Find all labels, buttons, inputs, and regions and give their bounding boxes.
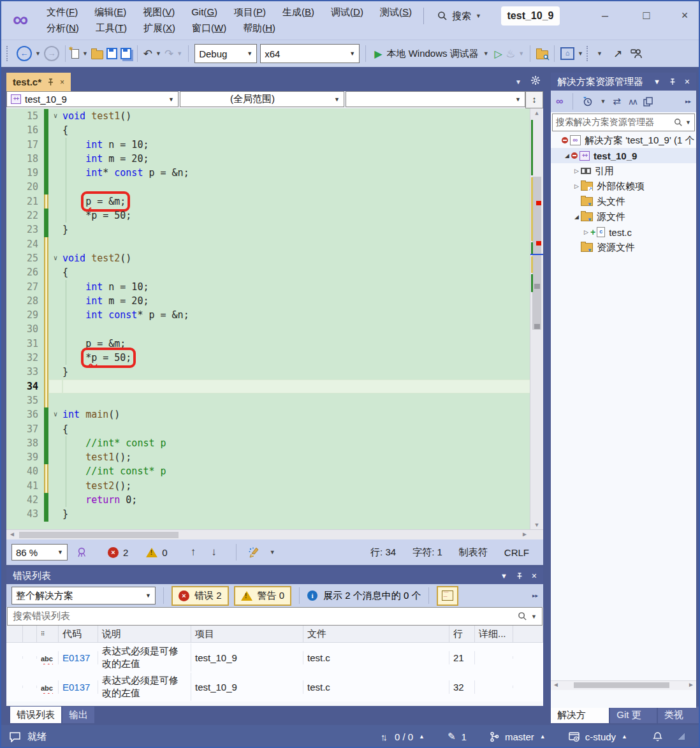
code-line-22[interactable]: 22 *p = 50; xyxy=(6,209,530,223)
zoom-dropdown[interactable]: 86 %▼ xyxy=(11,544,68,561)
code-line-15[interactable]: 15∨void test1() xyxy=(6,109,530,123)
tree-item-test_10_9[interactable]: ◢++test_10_9 xyxy=(551,148,696,163)
panel-tab-1[interactable]: 解决方案... xyxy=(551,707,609,723)
edit-count[interactable]: 1 xyxy=(462,731,467,742)
navigate-back-dropdown-icon[interactable]: ▼ xyxy=(35,50,41,57)
code-line-16[interactable]: 16{ xyxy=(6,123,530,137)
column-header[interactable]: 详细... xyxy=(475,626,513,642)
next-issue-icon[interactable]: ↓ xyxy=(211,546,217,559)
tab-list-dropdown-icon[interactable]: ▼ xyxy=(515,78,521,85)
column-header[interactable]: 说明 xyxy=(98,626,191,642)
fold-marker[interactable] xyxy=(48,464,62,478)
tree-item-testc[interactable]: ▷+ctest.c xyxy=(551,224,696,240)
fold-marker[interactable] xyxy=(48,479,62,493)
menu-item-s[interactable]: 测试(S) xyxy=(372,4,420,20)
navigate-back-button[interactable]: ← xyxy=(17,46,32,61)
code-line-38[interactable]: 38 //int* const p xyxy=(6,436,530,450)
member-dropdown[interactable]: ▼ xyxy=(346,91,525,107)
fold-marker[interactable] xyxy=(48,322,62,336)
split-window-button[interactable]: ↕ xyxy=(525,91,543,108)
fold-marker[interactable] xyxy=(48,493,62,507)
code-line-26[interactable]: 26{ xyxy=(6,265,530,279)
code-line-25[interactable]: 25∨void test2() xyxy=(6,251,530,265)
redo-dropdown-icon[interactable]: ▼ xyxy=(177,50,182,57)
maximize-button[interactable]: □ xyxy=(632,5,660,26)
new-file-dropdown-icon[interactable]: ▼ xyxy=(82,50,88,57)
tab-test-c[interactable]: test.c* × xyxy=(6,73,71,91)
scroll-left-icon[interactable]: ◄ xyxy=(9,531,15,538)
tree-item-[interactable]: ▷引用 xyxy=(551,163,696,179)
code-cleanup-icon[interactable] xyxy=(248,546,261,558)
menu-item-gitg[interactable]: Git(G) xyxy=(183,4,226,20)
repo-expand-icon[interactable]: ▲ xyxy=(622,733,627,740)
error-scope-dropdown[interactable]: 整个解决方案▼ xyxy=(11,587,156,605)
start-without-debugging-button[interactable]: ▷ xyxy=(495,48,502,60)
code-line-43[interactable]: 43} xyxy=(6,507,530,521)
column-header[interactable]: 项目 xyxy=(191,626,303,642)
expanded-arrow-icon[interactable]: ◢ xyxy=(563,152,571,159)
fold-marker[interactable] xyxy=(48,422,62,436)
minimize-button[interactable]: – xyxy=(591,5,619,26)
menu-item-n[interactable]: 分析(N) xyxy=(38,20,87,36)
fold-marker[interactable] xyxy=(48,450,62,464)
panel-tab-2[interactable]: 输出 xyxy=(62,707,94,723)
close-icon[interactable]: × xyxy=(532,571,537,581)
hscrollbar-thumb[interactable] xyxy=(19,532,179,538)
fold-marker[interactable]: ∨ xyxy=(48,407,62,422)
error-count-indicator[interactable]: ×2 xyxy=(108,547,128,558)
tree-item-[interactable]: 资源文件 xyxy=(551,240,696,255)
repo-name[interactable]: c-study xyxy=(585,731,616,742)
errors-toggle-button[interactable]: ×错误 2 xyxy=(171,586,229,606)
feedback-button[interactable] xyxy=(631,48,642,59)
close-tab-icon[interactable]: × xyxy=(60,78,64,87)
undo-dropdown-icon[interactable]: ▼ xyxy=(156,50,161,57)
find-in-files-button[interactable] xyxy=(536,50,548,59)
scroll-right-icon[interactable]: ► xyxy=(521,531,528,538)
new-file-button[interactable] xyxy=(71,49,79,59)
hot-reload-dropdown-icon[interactable]: ▼ xyxy=(518,50,524,57)
severity-column-header[interactable]: ⠿ xyxy=(37,626,59,642)
code-line-27[interactable]: 27 int n = 10; xyxy=(6,280,530,294)
panel-dropdown-icon[interactable]: ▼ xyxy=(500,572,507,580)
scrollbar-thumb[interactable] xyxy=(532,177,541,330)
horizontal-scrollbar[interactable]: ◄ ► xyxy=(6,529,543,540)
collapsed-arrow-icon[interactable]: ▷ xyxy=(582,229,590,235)
fold-marker[interactable]: ∨ xyxy=(48,251,62,265)
fold-marker[interactable] xyxy=(48,379,62,393)
panel-dropdown-icon[interactable]: ▼ xyxy=(653,78,660,85)
fold-marker[interactable] xyxy=(48,308,62,322)
collapse-all-icon[interactable]: ∧∧ xyxy=(628,97,636,106)
properties-icon[interactable] xyxy=(643,97,653,106)
search-box[interactable]: 搜索 ▼ xyxy=(437,8,481,24)
fold-marker[interactable] xyxy=(48,294,62,308)
code-line-39[interactable]: 39 test1(); xyxy=(6,450,530,464)
close-button[interactable]: × xyxy=(671,5,699,26)
tree-item-[interactable]: ▷外部依赖项 xyxy=(551,179,696,194)
fold-marker[interactable] xyxy=(48,351,62,365)
code-line-41[interactable]: 41 test2(); xyxy=(6,479,530,493)
fold-marker[interactable] xyxy=(48,138,62,152)
code-line-31[interactable]: 31 p = &m; xyxy=(6,337,530,351)
fold-marker[interactable] xyxy=(48,507,62,521)
panel-tab-2[interactable]: Git 更改 xyxy=(610,707,656,723)
fold-marker[interactable] xyxy=(48,237,62,251)
switch-views-icon[interactable]: ∞ xyxy=(556,96,563,107)
solution-explorer-hscrollbar[interactable]: ◄ ► xyxy=(551,680,696,690)
fold-marker[interactable] xyxy=(48,393,62,407)
solution-explorer-search-input[interactable]: 搜索解决方案资源管理器 ▼ xyxy=(552,114,695,131)
code-health-icon[interactable] xyxy=(77,547,87,558)
search-dropdown-icon[interactable]: ▼ xyxy=(476,13,481,19)
code-line-29[interactable]: 29 int const* p = &n; xyxy=(6,308,530,322)
filter-dropdown-icon[interactable]: ▼ xyxy=(600,98,606,105)
error-code[interactable]: E0137 xyxy=(59,651,98,664)
panel-tab-3[interactable]: 类视图 xyxy=(658,707,699,723)
code-line-33[interactable]: 33} xyxy=(6,365,530,379)
fold-marker[interactable] xyxy=(48,166,62,180)
error-row[interactable]: abcE0137表达式必须是可修改的左值test_10_9test.c32 xyxy=(6,672,543,701)
sync-expand-icon[interactable]: ▲ xyxy=(419,733,425,740)
column-header[interactable]: 行 xyxy=(449,626,475,642)
toolbar-drag-handle[interactable] xyxy=(6,46,11,61)
code-line-35[interactable]: 35 xyxy=(6,393,530,407)
save-all-button[interactable] xyxy=(120,48,131,59)
line-indicator[interactable]: 行: 34 xyxy=(370,546,396,559)
